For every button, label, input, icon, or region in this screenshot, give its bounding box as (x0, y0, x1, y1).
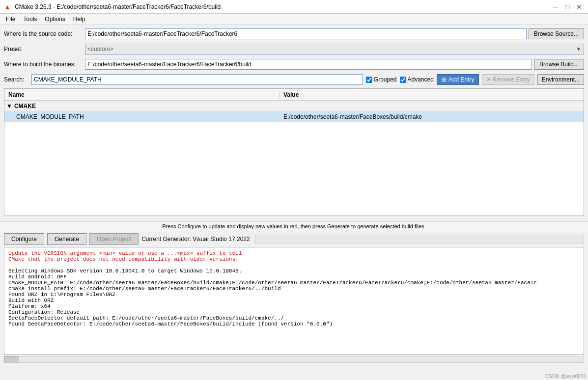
grouped-label: Grouped (374, 76, 397, 83)
browse-build-button[interactable]: Browse Build... (534, 59, 584, 70)
preset-value: <custom> (87, 46, 113, 53)
build-input[interactable] (85, 59, 532, 70)
remove-entry-button: ✕ Remove Entry (482, 74, 534, 85)
preset-combo[interactable]: <custom> ▼ (85, 44, 584, 54)
watermark: CSDN @wyw0006 (545, 374, 586, 379)
group-cmake[interactable]: ▼ CMAKE (4, 101, 584, 111)
log-line: Platform: x64 (8, 303, 580, 309)
log-line: Build with ORZ (8, 298, 580, 303)
log-line: Found SeetaFaceDetector: E:/code/other/s… (8, 321, 580, 327)
group-cmake-label: CMAKE (14, 103, 36, 109)
browse-source-button[interactable]: Browse Source... (529, 28, 584, 39)
generate-button[interactable]: Generate (47, 233, 86, 245)
add-entry-label: Add Entry (448, 76, 475, 83)
search-label: Search: (4, 76, 28, 83)
header-name: Name (4, 91, 280, 98)
log-line: CMAKE_MODULE_PATH: E:/code/other/seeta6-… (8, 280, 580, 286)
current-generator: Current Generator: Visual Studio 17 2022 (141, 236, 250, 243)
build-row: Where to build the binaries: Browse Buil… (4, 58, 584, 71)
log-line: Found ORZ in C:\Program Files\ORZ (8, 292, 580, 298)
log-line (8, 262, 580, 268)
app-icon: ▲ (4, 3, 12, 11)
status-message: Press Configure to update and display ne… (162, 223, 425, 229)
maximize-button[interactable]: □ (562, 2, 572, 11)
status-bar: Press Configure to update and display ne… (0, 221, 588, 231)
preset-row: Preset: <custom> ▼ (4, 43, 584, 55)
log-scrollbar-thumb[interactable] (4, 356, 19, 362)
advanced-checkbox-label[interactable]: Advanced (400, 76, 434, 83)
remove-entry-icon: ✕ (486, 76, 491, 83)
log-line: SeetaFaceDetector default path: E:/code/… (8, 315, 580, 321)
minimize-button[interactable]: ─ (551, 2, 560, 11)
log-line: Update the VERSION argument <min> value … (8, 250, 580, 256)
grouped-checkbox-label[interactable]: Grouped (366, 76, 397, 83)
row-name-cmake-module-path: CMAKE_MODULE_PATH (4, 113, 280, 120)
environment-button[interactable]: Environment... (537, 74, 584, 85)
title-bar-text: CMake 3.26.3 - E:/code/other/seeta6-mast… (15, 3, 221, 10)
advanced-label: Advanced (408, 76, 434, 83)
build-label: Where to build the binaries: (4, 61, 85, 68)
log-line: Build android: OFF (8, 274, 580, 280)
grouped-checkbox[interactable] (366, 77, 372, 83)
row-value-cmake-module-path: E:/code/other/seeta6-master/FaceBoxes/bu… (280, 113, 584, 120)
menu-bar: File Tools Options Help (0, 14, 588, 25)
source-input[interactable] (85, 28, 527, 39)
header-value: Value (280, 91, 584, 98)
preset-label: Preset: (4, 46, 85, 53)
cmake-table: Name Value ▼ CMAKE CMAKE_MODULE_PATH E:/… (4, 88, 584, 216)
menu-tools[interactable]: Tools (19, 15, 41, 24)
search-input[interactable] (31, 74, 363, 85)
table-header: Name Value (4, 89, 584, 101)
search-row: Search: Grouped Advanced ⊕ Add Entry ✕ R… (4, 73, 584, 86)
menu-help[interactable]: Help (69, 15, 89, 24)
log-line: cmake install prefix: E:/code/other/seet… (8, 286, 580, 292)
close-button[interactable]: ✕ (574, 2, 584, 11)
preset-dropdown-icon: ▼ (576, 46, 582, 53)
add-entry-button[interactable]: ⊕ Add Entry (437, 74, 479, 85)
log-line: CMake that the project does not need com… (8, 256, 580, 262)
table-row[interactable]: CMAKE_MODULE_PATH E:/code/other/seeta6-m… (4, 111, 584, 122)
menu-options[interactable]: Options (41, 15, 69, 24)
advanced-checkbox[interactable] (400, 77, 406, 83)
log-line: Configuration: Release (8, 309, 580, 315)
progress-bar (255, 235, 584, 244)
source-row: Where is the source code: Browse Source.… (4, 27, 584, 40)
log-area[interactable]: Update the VERSION argument <min> value … (4, 247, 584, 355)
menu-file[interactable]: File (2, 15, 19, 24)
configure-button[interactable]: Configure (4, 233, 44, 245)
open-project-button: Open Project (89, 233, 139, 245)
source-label: Where is the source code: (4, 30, 85, 37)
log-horizontal-scrollbar[interactable] (4, 356, 584, 363)
title-bar-left: ▲ CMake 3.26.3 - E:/code/other/seeta6-ma… (4, 3, 221, 11)
bottom-bar: Configure Generate Open Project Current … (0, 231, 588, 247)
title-bar-controls: ─ □ ✕ (551, 2, 584, 11)
title-bar: ▲ CMake 3.26.3 - E:/code/other/seeta6-ma… (0, 0, 588, 14)
group-expand-icon: ▼ (6, 103, 12, 109)
add-entry-icon: ⊕ (441, 76, 447, 83)
log-line: Selecting Windows SDK version 10.0.19041… (8, 268, 580, 274)
remove-entry-label: Remove Entry (493, 76, 530, 83)
main-content: Where is the source code: Browse Source.… (0, 25, 588, 221)
